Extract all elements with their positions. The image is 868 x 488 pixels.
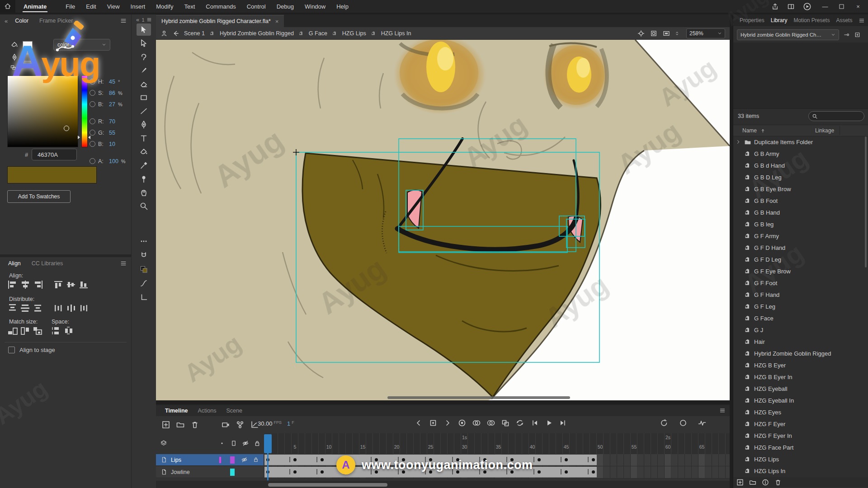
distribute-left-button[interactable]	[52, 303, 65, 313]
library-item-row[interactable]: G F Foot	[733, 277, 867, 289]
layer-name[interactable]: Jowline	[171, 469, 190, 475]
color-value[interactable]: 100	[109, 158, 118, 164]
color-value[interactable]: 86	[109, 90, 115, 96]
menu-item-commands[interactable]: Commands	[200, 0, 241, 13]
library-item-name[interactable]: G B Eye Brow	[754, 186, 791, 192]
library-item-row[interactable]: HZG B Eyer In	[733, 371, 867, 383]
tool-paint-bucket[interactable]	[137, 145, 151, 158]
color-value[interactable]: 10	[109, 141, 115, 147]
column-name[interactable]: Name	[742, 127, 757, 134]
menu-item-help[interactable]: Help	[331, 0, 354, 13]
hue-slider-handle-left[interactable]	[78, 136, 80, 139]
color-radio[interactable]	[90, 101, 95, 107]
library-menu-icon[interactable]	[858, 18, 865, 23]
breadcrumb-item[interactable]: G Face	[309, 30, 327, 37]
library-item-name[interactable]: G F D Hand	[754, 244, 785, 251]
keyframe-dot[interactable]	[483, 458, 486, 461]
keyframe-dot[interactable]	[293, 458, 297, 461]
onion-outline-button[interactable]	[485, 418, 497, 427]
onion-all-button[interactable]	[678, 418, 688, 427]
workspace-icon[interactable]	[787, 3, 795, 10]
library-item-row[interactable]: HZG Eyeball	[733, 383, 867, 394]
distribute-center-horizontal-button[interactable]	[65, 303, 77, 313]
library-tab-library[interactable]: Library	[768, 15, 790, 26]
breadcrumb-item[interactable]: Scene 1	[184, 30, 205, 37]
library-item-row[interactable]: G B Eye Brow	[733, 183, 867, 195]
keyframe-dot[interactable]	[592, 458, 595, 461]
library-item-name[interactable]: HZG Eyeball In	[754, 397, 794, 404]
library-item-name[interactable]: G B leg	[754, 221, 774, 228]
library-item-row[interactable]: HZG F Eyer In	[733, 430, 867, 441]
library-item-name[interactable]: HZG B Eyer	[754, 362, 786, 369]
keyframe-dot[interactable]	[321, 470, 324, 474]
layer-lock-icon[interactable]	[253, 456, 259, 463]
library-item-name[interactable]: G B Foot	[754, 197, 778, 204]
keyframe-dot[interactable]	[565, 470, 568, 474]
library-item-name[interactable]: G F Leg	[754, 303, 775, 310]
library-item-row[interactable]: G F D Hand	[733, 242, 867, 253]
library-item-row[interactable]: G Face	[733, 312, 867, 324]
library-item-row[interactable]: G J	[733, 324, 867, 336]
library-item-name[interactable]: G B d Hand	[754, 162, 785, 169]
tab-align[interactable]: Align	[4, 258, 25, 269]
distribute-bottom-button[interactable]	[32, 303, 44, 313]
keyframe-dot[interactable]	[429, 458, 432, 461]
tool-line[interactable]	[137, 105, 151, 117]
checkbox-box[interactable]	[8, 347, 15, 353]
new-library-window-icon[interactable]	[854, 32, 861, 38]
distribute-top-button[interactable]	[6, 303, 19, 313]
layer-visibility-icon[interactable]	[241, 456, 248, 463]
timeline-tab-actions[interactable]: Actions	[193, 406, 221, 416]
onion-marker-button[interactable]	[427, 418, 439, 427]
library-item-row[interactable]: Hybrid Zombie Goblin Rigged	[733, 347, 867, 359]
library-item-name[interactable]: HZG F Eyer	[754, 421, 785, 427]
timeline-scrollbar[interactable]	[268, 483, 387, 487]
menu-item-debug[interactable]: Debug	[271, 0, 299, 13]
play-button[interactable]	[543, 418, 555, 427]
library-item-name[interactable]: G F D Leg	[754, 256, 781, 263]
match-both-button[interactable]	[32, 326, 44, 336]
align-left-button[interactable]	[6, 280, 19, 290]
tool-hand[interactable]	[137, 186, 151, 198]
keyframe-dot[interactable]	[375, 470, 378, 474]
color-radio[interactable]	[90, 118, 95, 124]
timeline-ruler[interactable]: 1s2s 5101520253035404550556065	[264, 433, 730, 454]
keyframe-dot[interactable]	[321, 458, 324, 461]
layer-name-cell[interactable]: Jowline	[156, 466, 264, 478]
breadcrumb-item[interactable]: HZG Lips	[342, 30, 366, 37]
close-button[interactable]: ×	[853, 3, 863, 10]
onion-skin-button[interactable]	[471, 418, 482, 427]
library-item-row[interactable]: G B leg	[733, 218, 867, 230]
folder-expand-icon[interactable]	[733, 139, 743, 145]
library-scrollbar[interactable]	[865, 136, 867, 267]
new-folder-button[interactable]	[749, 479, 757, 486]
rotate-button[interactable]	[659, 418, 669, 427]
next-keyframe-button[interactable]	[442, 418, 453, 427]
record-button[interactable]	[456, 418, 468, 427]
step-back-button[interactable]	[528, 418, 540, 427]
library-tab-motion-presets[interactable]: Motion Presets	[791, 15, 832, 26]
library-item-name[interactable]: G B Army	[754, 150, 779, 157]
library-item-name[interactable]: HZG B Eyer In	[754, 374, 793, 380]
align-center-horizontal-button[interactable]	[19, 280, 31, 290]
color-radio[interactable]	[90, 79, 95, 84]
library-item-name[interactable]: G F Hand	[754, 291, 779, 298]
library-item-row[interactable]: Hair	[733, 336, 867, 347]
library-tab-assets[interactable]: Assets	[833, 15, 855, 26]
hex-input[interactable]: 46370A	[32, 149, 77, 160]
timeline-tab-timeline[interactable]: Timeline	[160, 406, 192, 416]
layer-frames-cell[interactable]	[264, 454, 730, 466]
camera-button[interactable]	[220, 420, 231, 429]
library-item-row[interactable]: G F Leg	[733, 300, 867, 312]
menu-item-edit[interactable]: Edit	[80, 0, 101, 13]
saturation-brightness-picker[interactable]	[7, 75, 78, 147]
menu-item-file[interactable]: File	[60, 0, 80, 13]
zoom-level-select[interactable]: 258%	[686, 28, 725, 38]
loop-button[interactable]	[514, 418, 526, 427]
menu-item-view[interactable]: View	[102, 0, 125, 13]
library-item-row[interactable]: HZG Eyes	[733, 406, 867, 418]
tool-rectangle[interactable]	[137, 91, 151, 103]
menu-item-window[interactable]: Window	[299, 0, 331, 13]
library-item-row[interactable]: HZG Lips In	[733, 465, 867, 477]
outline-box-column-icon[interactable]	[230, 440, 237, 447]
